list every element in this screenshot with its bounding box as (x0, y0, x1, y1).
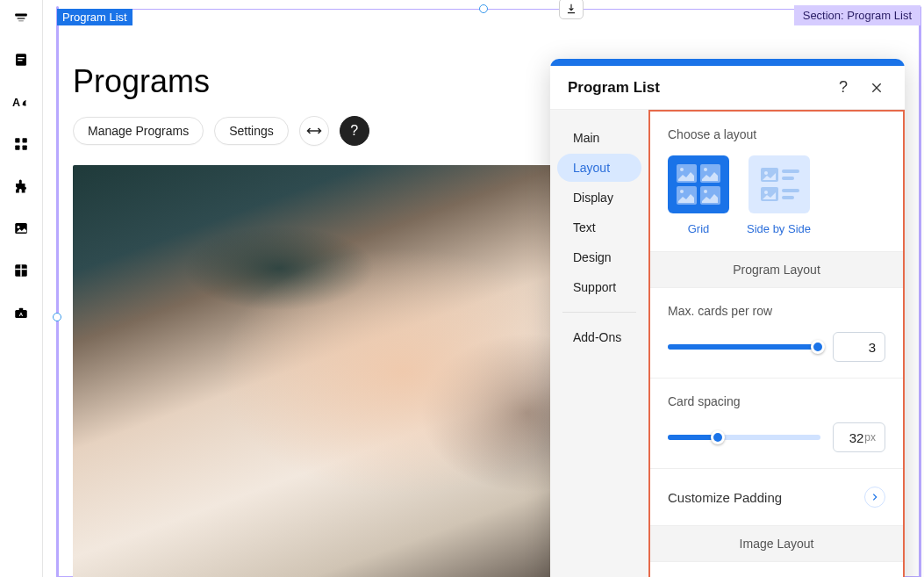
settings-button[interactable]: Settings (214, 117, 289, 145)
svg-rect-1 (18, 18, 25, 19)
svg-text:A: A (19, 312, 24, 317)
layout-option-side[interactable]: Side by Side (747, 155, 811, 235)
panel-nav: Main Layout Display Text Design Support … (550, 110, 648, 577)
svg-rect-7 (15, 138, 19, 142)
manage-programs-button[interactable]: Manage Programs (73, 117, 204, 145)
customize-padding-row[interactable]: Customize Padding (650, 469, 903, 526)
svg-rect-33 (782, 189, 799, 192)
shape-section: Shape (650, 562, 903, 577)
svg-rect-2 (18, 20, 24, 22)
nav-divider (562, 312, 636, 313)
max-cards-section: Max. cards per row 3 (650, 288, 903, 379)
svg-rect-8 (23, 138, 27, 142)
card-spacing-section: Card spacing 32px (650, 379, 903, 469)
card-spacing-label: Card spacing (668, 394, 885, 408)
svg-rect-29 (782, 169, 799, 173)
panel-close-icon[interactable] (866, 77, 887, 98)
business-icon[interactable]: A (9, 300, 33, 325)
svg-point-32 (764, 191, 768, 194)
card-spacing-slider[interactable] (668, 435, 820, 440)
card-spacing-input[interactable]: 32px (833, 422, 885, 452)
panel-content: Choose a layout (648, 110, 905, 577)
nav-design[interactable]: Design (557, 243, 641, 271)
nav-support[interactable]: Support (557, 273, 641, 301)
card-spacing-unit: px (864, 431, 876, 444)
choose-layout-section: Choose a layout (650, 112, 903, 252)
svg-point-12 (18, 226, 20, 228)
svg-rect-10 (23, 146, 27, 150)
nav-text[interactable]: Text (557, 213, 641, 242)
svg-rect-15 (20, 264, 22, 277)
choose-layout-label: Choose a layout (668, 127, 885, 141)
panel-accent-bar (550, 59, 905, 66)
layout-option-grid[interactable]: Grid (668, 155, 729, 235)
drag-download-chip[interactable] (559, 0, 584, 19)
nav-display[interactable]: Display (557, 184, 641, 212)
editor-stage: Section: Program List Program List Progr… (42, 0, 924, 577)
svg-rect-34 (782, 196, 794, 199)
svg-rect-0 (15, 14, 27, 17)
section-label: Section: Program List (794, 5, 920, 25)
panel-help-icon[interactable]: ? (833, 77, 854, 98)
svg-point-25 (680, 190, 684, 193)
selection-handle-top[interactable] (479, 4, 488, 13)
theme-icon[interactable]: A (9, 90, 33, 114)
left-rail: A A (0, 0, 42, 577)
nav-main[interactable]: Main (557, 124, 641, 152)
layout-option-grid-label: Grid (688, 222, 710, 235)
program-list-panel: Program List ? Main Layout Display Text … (550, 59, 905, 577)
help-button[interactable]: ? (340, 116, 369, 146)
image-layout-header: Image Layout (650, 526, 903, 562)
svg-rect-30 (782, 177, 794, 180)
max-cards-slider[interactable] (668, 344, 820, 350)
svg-rect-4 (18, 57, 25, 58)
panel-title: Program List (568, 79, 820, 97)
svg-point-24 (704, 168, 707, 171)
max-cards-label: Max. cards per row (668, 304, 885, 318)
svg-rect-5 (18, 60, 22, 61)
program-list-badge: Program List (57, 9, 133, 25)
svg-point-28 (764, 171, 768, 175)
customize-padding-label: Customize Padding (668, 490, 782, 505)
svg-point-23 (680, 168, 684, 171)
nav-layout[interactable]: Layout (557, 154, 641, 182)
card-spacing-value: 32 (849, 430, 864, 445)
panel-header: Program List ? (550, 66, 905, 110)
svg-rect-17 (19, 308, 24, 311)
svg-text:A: A (12, 97, 20, 109)
data-icon[interactable] (9, 258, 33, 283)
apps-icon[interactable] (9, 132, 33, 156)
svg-point-26 (704, 190, 707, 193)
program-layout-header: Program Layout (650, 252, 903, 288)
stretch-button[interactable] (299, 116, 329, 146)
media-icon[interactable] (9, 216, 33, 241)
nav-addons[interactable]: Add-Ons (557, 323, 641, 351)
page-icon[interactable] (9, 47, 33, 72)
layout-option-side-label: Side by Side (747, 222, 811, 235)
svg-rect-9 (15, 146, 19, 150)
chevron-right-icon (864, 487, 885, 508)
addon-icon[interactable] (9, 174, 33, 198)
max-cards-value: 3 (869, 340, 876, 355)
selection-handle-left[interactable] (53, 313, 61, 321)
max-cards-input[interactable]: 3 (833, 332, 885, 362)
layers-icon[interactable] (9, 5, 33, 30)
